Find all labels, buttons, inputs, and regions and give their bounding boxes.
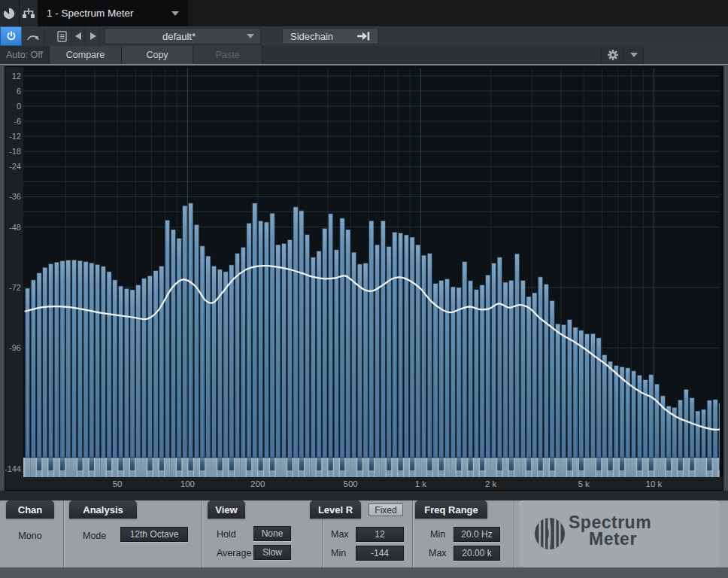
- svg-text:-6: -6: [14, 117, 21, 126]
- spectrum-analyzer-graph: 1260-6-12-18-24-36-48-72-96-144501002005…: [5, 67, 723, 490]
- svg-text:200: 200: [250, 479, 265, 488]
- svg-text:-144: -144: [5, 464, 21, 473]
- routing-icon: [22, 8, 35, 20]
- svg-text:-96: -96: [9, 343, 21, 352]
- svg-text:-24: -24: [9, 162, 21, 171]
- mode-label: Mode: [83, 531, 106, 541]
- svg-text:-72: -72: [9, 283, 21, 292]
- svg-text:10 k: 10 k: [646, 479, 663, 488]
- svg-text:-36: -36: [9, 192, 21, 201]
- preset-dropdown[interactable]: default*: [105, 28, 261, 44]
- tab-chan: Chan: [6, 500, 54, 519]
- plugin-window: 1 - Spectrum Meter: [0, 0, 728, 578]
- analysis-mode-button[interactable]: 12th Octave: [120, 527, 188, 542]
- svg-text:6: 6: [17, 87, 21, 96]
- next-preset-button[interactable]: [86, 26, 100, 46]
- display-lower-frame: [0, 491, 728, 500]
- plugin-brand-name: Spectrum Meter: [569, 514, 651, 547]
- hold-button[interactable]: None: [253, 526, 291, 541]
- parameter-panel: Chan Mono Analysis Mode 12th Octave View…: [0, 500, 728, 567]
- knob-icon: [2, 7, 16, 20]
- instance-label: 1 - Spectrum Meter: [47, 8, 171, 19]
- file-icon: [57, 31, 67, 42]
- title-bar: 1 - Spectrum Meter: [0, 0, 728, 26]
- svg-text:5 k: 5 k: [578, 479, 590, 488]
- presonus-logo-icon: [532, 517, 567, 550]
- arrow-right-icon: [89, 32, 96, 40]
- toolbar-spacer: [644, 46, 728, 64]
- tab-level: Level R: [310, 500, 361, 519]
- level-fixed-toggle[interactable]: Fixed: [369, 503, 403, 516]
- tab-freq-range: Freq Range: [415, 500, 487, 519]
- average-button[interactable]: Slow: [253, 545, 291, 560]
- chevron-down-icon: [171, 11, 179, 16]
- copy-button[interactable]: Copy: [122, 46, 193, 64]
- arrow-left-icon: [75, 32, 82, 40]
- freq-max-label: Max: [429, 548, 447, 558]
- settings-dropdown-button[interactable]: [624, 46, 644, 64]
- header-icon-block: [0, 0, 38, 26]
- chevron-down-icon: [630, 53, 638, 57]
- svg-text:500: 500: [344, 479, 358, 488]
- tab-view: View: [208, 500, 245, 519]
- freq-max-value[interactable]: 20.00 k: [453, 546, 500, 561]
- channel-mode-value: Mono: [9, 531, 51, 541]
- freq-min-value[interactable]: 20.0 Hz: [453, 527, 500, 542]
- level-max-label: Max: [331, 529, 349, 540]
- trim-curve-icon: [26, 32, 40, 41]
- level-max-value[interactable]: 12: [356, 527, 404, 542]
- svg-text:100: 100: [180, 479, 195, 488]
- previous-preset-button[interactable]: [71, 26, 86, 46]
- svg-text:-12: -12: [9, 132, 21, 141]
- svg-text:2 k: 2 k: [485, 479, 497, 488]
- level-min-value[interactable]: -144: [356, 546, 404, 561]
- sidechain-button[interactable]: Sidechain: [282, 28, 378, 44]
- input-trim-button[interactable]: [22, 26, 44, 46]
- level-min-label: Min: [331, 548, 346, 558]
- window-footer: [0, 567, 728, 578]
- settings-button[interactable]: [602, 46, 624, 64]
- freq-min-label: Min: [430, 529, 445, 540]
- compare-button[interactable]: Compare: [50, 46, 122, 64]
- svg-text:12: 12: [12, 71, 21, 81]
- paste-button[interactable]: Paste: [193, 46, 262, 64]
- preset-value: default*: [111, 31, 247, 42]
- instance-selector[interactable]: 1 - Spectrum Meter: [38, 0, 188, 26]
- brand-panel: Spectrum Meter: [519, 500, 719, 567]
- svg-text:-48: -48: [9, 223, 21, 232]
- hold-label: Hold: [217, 529, 236, 540]
- spectrum-display: 1260-6-12-18-24-36-48-72-96-144501002005…: [5, 66, 723, 491]
- tab-analysis: Analysis: [69, 500, 137, 519]
- svg-text:50: 50: [113, 479, 123, 488]
- power-icon: [6, 31, 17, 41]
- sidechain-input-icon: [357, 32, 370, 41]
- sidechain-label: Sidechain: [290, 31, 357, 42]
- preset-file-button[interactable]: [53, 26, 71, 46]
- edit-toolbar: Auto: Off Compare Copy Paste: [0, 46, 728, 64]
- svg-text:0: 0: [17, 102, 21, 111]
- chevron-down-icon: [247, 34, 254, 38]
- bypass-power-button[interactable]: [0, 26, 22, 46]
- svg-text:-18: -18: [9, 147, 21, 156]
- gear-icon: [607, 49, 619, 61]
- preset-toolbar: default* Sidechain: [0, 26, 728, 46]
- knob-mode-button[interactable]: [0, 0, 20, 26]
- routing-button[interactable]: [20, 0, 38, 26]
- svg-text:1 k: 1 k: [415, 479, 427, 488]
- automation-mode-button[interactable]: Auto: Off: [0, 46, 50, 64]
- average-label: Average: [217, 548, 251, 558]
